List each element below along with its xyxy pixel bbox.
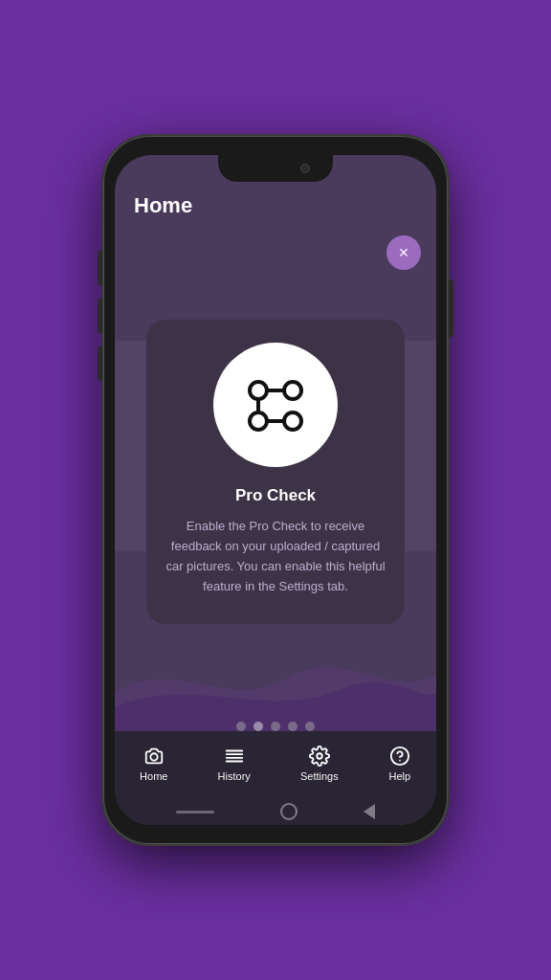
- dot-2: [253, 722, 263, 731]
- close-button[interactable]: ×: [386, 235, 421, 270]
- card-title: Pro Check: [235, 486, 316, 505]
- dot-4: [288, 722, 298, 731]
- card-icon-circle: [213, 343, 338, 467]
- app-header: Home: [115, 189, 436, 228]
- svg-point-2: [250, 412, 267, 430]
- nav-item-home[interactable]: Home: [128, 739, 179, 788]
- multitask-indicator: [176, 811, 214, 813]
- front-camera: [300, 164, 310, 173]
- phone-screen: Home ×: [115, 155, 436, 825]
- nav-item-help[interactable]: Help: [377, 739, 423, 788]
- main-content: ×: [115, 228, 436, 731]
- phone-device: Home ×: [103, 136, 448, 844]
- svg-point-1: [284, 382, 301, 399]
- wave-background: [115, 635, 436, 731]
- pro-check-network-icon: [237, 367, 314, 443]
- nav-label-home: Home: [140, 770, 167, 782]
- card-carousel: Pro Check Enable the Pro Check to receiv…: [115, 228, 436, 706]
- bottom-navigation: Home History: [115, 731, 436, 798]
- svg-point-12: [317, 753, 322, 759]
- home-indicator-bar: [115, 798, 436, 825]
- nav-label-settings: Settings: [300, 770, 339, 782]
- back-indicator[interactable]: [364, 804, 375, 819]
- gear-icon: [308, 745, 331, 768]
- svg-point-0: [250, 382, 267, 399]
- home-indicator[interactable]: [280, 803, 298, 820]
- nav-label-history: History: [218, 770, 251, 782]
- dot-3: [271, 722, 280, 731]
- card-description: Enable the Pro Check to receive feedback…: [165, 517, 386, 596]
- camera-icon: [143, 745, 165, 768]
- list-icon: [223, 745, 246, 768]
- svg-point-7: [150, 753, 157, 760]
- nav-item-settings[interactable]: Settings: [289, 739, 350, 788]
- close-icon: ×: [399, 244, 409, 261]
- feature-card: Pro Check Enable the Pro Check to receiv…: [146, 320, 405, 623]
- svg-point-3: [284, 412, 301, 430]
- page-title: Home: [134, 193, 192, 217]
- nav-item-history[interactable]: History: [207, 739, 262, 788]
- dot-1: [236, 722, 246, 731]
- dot-5: [305, 722, 315, 731]
- question-icon: [388, 745, 411, 768]
- pagination-dots: [236, 722, 315, 731]
- notch: [218, 155, 333, 182]
- nav-label-help: Help: [389, 770, 411, 782]
